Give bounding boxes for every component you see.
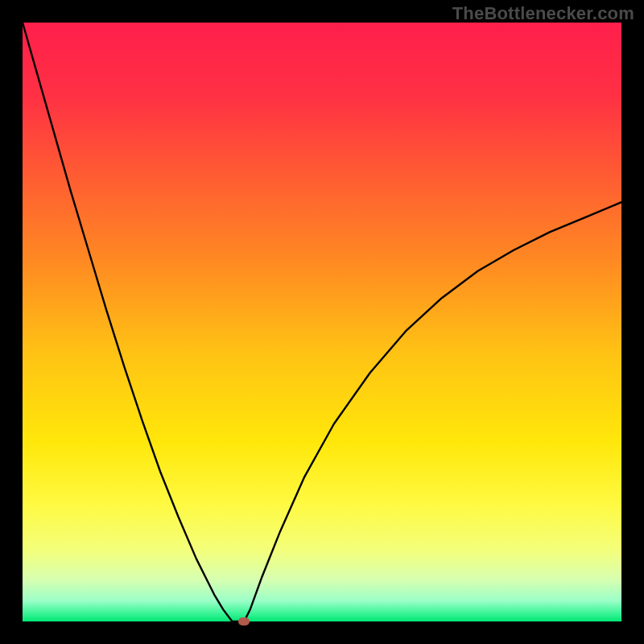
watermark-text: TheBottlenecker.com [452,3,634,24]
optimum-marker [238,617,250,625]
plot-area [23,23,621,621]
chart-frame: TheBottlenecker.com [0,0,644,644]
gradient-background [23,23,621,621]
bottleneck-curve-chart [23,23,621,621]
